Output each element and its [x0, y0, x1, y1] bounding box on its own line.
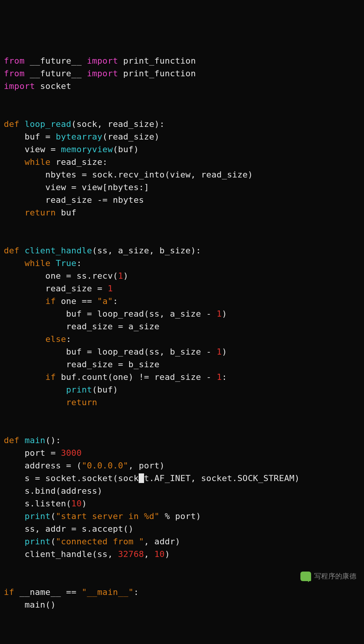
code-token: print: [25, 537, 51, 546]
code-token: 1: [118, 271, 123, 281]
code-token: [4, 511, 25, 521]
code-token: buf = loop_read(ss, b_size -: [4, 347, 216, 356]
code-token: import: [87, 56, 118, 66]
code-token: % port): [159, 511, 201, 521]
code-token: [4, 296, 45, 306]
code-token: if: [45, 296, 56, 306]
code-token: bytearray: [56, 132, 102, 141]
code-token: memoryview: [61, 145, 113, 154]
wechat-icon: [300, 572, 311, 581]
code-token: buf = loop_read(ss, a_size -: [4, 309, 216, 319]
code-token: 1: [108, 284, 113, 293]
code-token: read_size -= nbytes: [4, 195, 144, 205]
code-token: 1: [216, 347, 222, 356]
code-token: else: [45, 334, 66, 344]
code-token: e: [139, 473, 144, 483]
code-token: 3000: [61, 448, 82, 458]
code-token: s.listen(: [4, 499, 71, 508]
code-token: (ss, a_size, b_size):: [92, 246, 201, 255]
code-token: client_handle(ss,: [4, 549, 118, 559]
code-token: view =: [4, 145, 61, 154]
code-token: buf: [56, 208, 76, 217]
code-token: , port): [128, 461, 165, 470]
code-token: from: [4, 69, 25, 78]
code-token: main: [25, 435, 45, 445]
watermark: 写程序的康德: [300, 570, 356, 583]
code-token: print: [25, 511, 51, 521]
code-token: :: [222, 372, 227, 382]
code-token: one ==: [56, 296, 97, 306]
code-token: ): [123, 271, 129, 281]
code-token: socket: [35, 81, 71, 91]
code-token: __name__ ==: [14, 587, 82, 597]
code-token: one = ss.recv(: [4, 271, 118, 281]
code-token: address = (: [4, 461, 82, 470]
code-token: [4, 208, 25, 217]
code-token: print: [66, 385, 92, 394]
code-token: buf =: [4, 132, 56, 141]
code-token: [4, 398, 66, 407]
code-token: s = socket.socket(sock: [4, 473, 139, 483]
code-token: [4, 334, 45, 344]
code-token: if: [45, 372, 56, 382]
code-token: :: [66, 334, 72, 344]
code-token: ): [165, 549, 170, 559]
code-token: (: [51, 537, 56, 546]
code-token: read_size:: [51, 157, 108, 167]
code-token: read_size = b_size: [4, 360, 159, 369]
code-token: return: [25, 208, 56, 217]
code-block: from __future__ import print_function fr…: [4, 54, 360, 611]
code-token: ():: [45, 435, 61, 445]
code-token: import: [87, 69, 118, 78]
code-token: ,: [144, 549, 154, 559]
code-token: ss, addr = s.accept(): [4, 524, 134, 534]
code-token: t.AF_INET, socket.SOCK_STREAM): [144, 473, 300, 483]
code-token: 10: [154, 549, 165, 559]
code-token: "start server in %d": [56, 511, 159, 521]
code-token: [4, 157, 25, 167]
code-token: (buf): [92, 385, 118, 394]
code-token: 1: [216, 309, 222, 319]
code-token: [20, 119, 25, 129]
code-token: [20, 246, 25, 255]
code-token: print_function: [118, 56, 196, 66]
code-token: print_function: [118, 69, 196, 78]
code-token: loop_read: [25, 119, 71, 129]
code-token: while: [25, 258, 51, 268]
code-token: ): [222, 309, 227, 319]
code-token: (sock, read_size):: [71, 119, 165, 129]
code-token: __future__: [25, 69, 87, 78]
code-token: , addr): [144, 537, 180, 546]
code-token: def: [4, 435, 20, 445]
code-token: s.bind(address): [4, 486, 102, 496]
code-token: 1: [216, 372, 222, 382]
code-token: ): [82, 499, 87, 508]
code-token: (read_size): [102, 132, 159, 141]
code-token: (: [51, 511, 56, 521]
code-token: [4, 372, 45, 382]
code-token: if: [4, 587, 14, 597]
code-token: :: [77, 258, 82, 268]
code-token: 32768: [118, 549, 144, 559]
code-token: "connected from ": [56, 537, 144, 546]
code-token: def: [4, 119, 20, 129]
code-token: nbytes = sock.recv_into(view, read_size): [4, 170, 253, 179]
code-token: main(): [4, 600, 56, 610]
code-token: :: [134, 587, 139, 597]
code-token: "__main__": [82, 587, 133, 597]
code-token: [20, 435, 25, 445]
code-token: "0.0.0.0": [82, 461, 128, 470]
code-token: import: [4, 81, 35, 91]
code-token: buf.count(one) != read_size -: [56, 372, 216, 382]
code-token: "a": [97, 296, 113, 306]
code-token: ): [222, 347, 227, 356]
code-token: :: [113, 296, 118, 306]
code-token: [4, 385, 66, 394]
code-token: 10: [71, 499, 82, 508]
code-token: read_size = a_size: [4, 322, 159, 331]
code-token: [51, 258, 56, 268]
code-token: client_handle: [25, 246, 92, 255]
code-token: read_size =: [4, 284, 108, 293]
code-token: port =: [4, 448, 61, 458]
code-token: [4, 537, 25, 546]
